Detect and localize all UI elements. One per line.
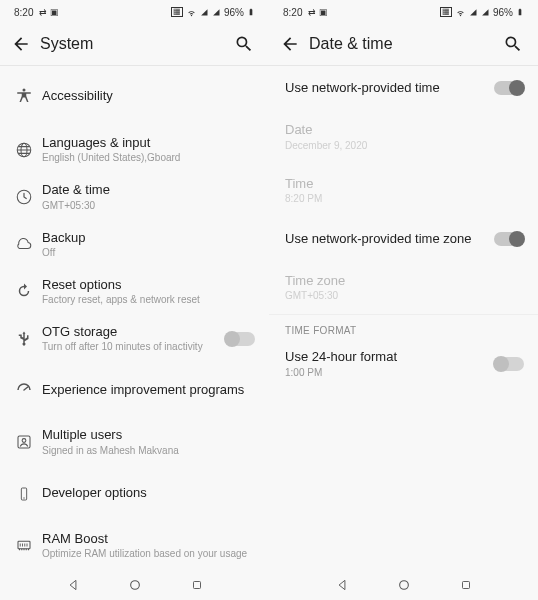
nav-recent-icon <box>190 578 204 592</box>
nav-home-button[interactable] <box>395 576 413 594</box>
sys-item-sub: GMT+05:30 <box>42 200 255 212</box>
sys-item-sub: Optimize RAM utilization based on your u… <box>42 548 255 560</box>
row-date: Date December 9, 2020 <box>269 110 538 163</box>
back-icon <box>280 34 300 54</box>
network-tz-toggle[interactable] <box>494 232 524 246</box>
date-time-list: Use network-provided time Date December … <box>269 66 538 570</box>
experience-icon <box>15 381 33 399</box>
status-notif-icon: ⇄ <box>308 7 316 17</box>
nav-back-icon <box>335 578 349 592</box>
app-bar: System <box>0 22 269 66</box>
users-icon <box>15 433 33 451</box>
row-label: Use 24-hour format <box>285 349 494 365</box>
status-time: 8:20 <box>283 7 302 18</box>
nav-home-icon <box>396 577 412 593</box>
row-label: Use network-provided time zone <box>285 231 494 247</box>
nav-bar <box>269 570 538 600</box>
status-battery-pct: 96% <box>493 7 513 18</box>
wifi-icon <box>186 7 197 18</box>
row-label: Time <box>285 176 524 192</box>
wifi-icon <box>455 7 466 18</box>
status-battery-pct: 96% <box>224 7 244 18</box>
sys-item-label: Multiple users <box>42 427 255 443</box>
sys-item-backup[interactable]: Backup Off <box>0 221 269 268</box>
sys-item-languages[interactable]: Languages & input English (United States… <box>0 126 269 173</box>
nav-home-icon <box>127 577 143 593</box>
clock-icon <box>15 188 33 206</box>
sys-item-label: Languages & input <box>42 135 255 151</box>
search-icon <box>234 34 254 54</box>
back-button[interactable] <box>6 29 36 59</box>
sys-item-label: RAM Boost <box>42 531 255 547</box>
nav-back-icon <box>66 578 80 592</box>
nav-home-button[interactable] <box>126 576 144 594</box>
sys-item-reset[interactable]: Reset options Factory reset, apps & netw… <box>0 268 269 315</box>
sys-item-sub: Turn off after 10 minutes of inactivity <box>42 341 225 353</box>
sys-item-multiple-users[interactable]: Multiple users Signed in as Mahesh Makva… <box>0 418 269 465</box>
status-screenshot-icon: ▣ <box>319 7 328 17</box>
back-button[interactable] <box>275 29 305 59</box>
sys-item-label: Developer options <box>42 485 255 501</box>
status-time: 8:20 <box>14 7 33 18</box>
screen-system: 8:20 ⇄ ▣ ▦ 96% System Accessibility Lang… <box>0 0 269 600</box>
nav-recent-button[interactable] <box>188 576 206 594</box>
back-icon <box>11 34 31 54</box>
sys-item-accessibility[interactable]: Accessibility <box>0 66 269 126</box>
row-time: Time 8:20 PM <box>269 164 538 217</box>
network-time-toggle[interactable] <box>494 81 524 95</box>
signal-icon <box>200 8 209 17</box>
status-bar: 8:20 ⇄ ▣ ▦ 96% <box>0 0 269 22</box>
battery-icon <box>516 6 524 18</box>
sys-item-developer[interactable]: Developer options <box>0 466 269 522</box>
globe-icon <box>15 141 33 159</box>
search-button[interactable] <box>229 29 259 59</box>
section-time-format: TIME FORMAT <box>269 315 538 340</box>
h24-toggle[interactable] <box>494 357 524 371</box>
status-notif-icon: ⇄ <box>39 7 47 17</box>
search-button[interactable] <box>498 29 528 59</box>
sys-item-sub: Factory reset, apps & network reset <box>42 294 255 306</box>
row-label: Use network-provided time <box>285 80 494 96</box>
sys-item-ram-boost[interactable]: RAM Boost Optimize RAM utilization based… <box>0 522 269 569</box>
sys-item-experience[interactable]: Experience improvement programs <box>0 362 269 418</box>
row-network-time[interactable]: Use network-provided time <box>269 66 538 110</box>
nav-recent-button[interactable] <box>457 576 475 594</box>
phone-icon <box>16 486 32 502</box>
status-bar: 8:20 ⇄ ▣ ▦ 96% <box>269 0 538 22</box>
row-network-tz[interactable]: Use network-provided time zone <box>269 217 538 261</box>
row-24h-format[interactable]: Use 24-hour format 1:00 PM <box>269 340 538 387</box>
reset-icon <box>15 282 33 300</box>
nav-back-button[interactable] <box>333 576 351 594</box>
sys-item-label: Backup <box>42 230 255 246</box>
status-volte-icon: ▦ <box>171 7 183 17</box>
sys-item-date-time[interactable]: Date & time GMT+05:30 <box>0 173 269 220</box>
row-label: Time zone <box>285 273 524 289</box>
row-sub: GMT+05:30 <box>285 290 524 302</box>
page-title: System <box>40 35 229 53</box>
sys-item-label: Experience improvement programs <box>42 382 255 398</box>
otg-toggle[interactable] <box>225 332 255 346</box>
row-sub: December 9, 2020 <box>285 140 524 152</box>
sys-item-sub: Signed in as Mahesh Makvana <box>42 445 255 457</box>
nav-recent-icon <box>459 578 473 592</box>
app-bar: Date & time <box>269 22 538 66</box>
signal-icon <box>469 8 478 17</box>
sys-item-otg[interactable]: OTG storage Turn off after 10 minutes of… <box>0 315 269 362</box>
row-label: Date <box>285 122 524 138</box>
battery-icon <box>247 6 255 18</box>
sys-item-label: Reset options <box>42 277 255 293</box>
sys-item-label: Accessibility <box>42 88 255 104</box>
sys-item-label: OTG storage <box>42 324 225 340</box>
page-title: Date & time <box>309 35 498 53</box>
sys-item-sub: English (United States),Gboard <box>42 152 255 164</box>
usb-icon <box>15 330 33 348</box>
sys-item-label: Date & time <box>42 182 255 198</box>
status-volte-icon: ▦ <box>440 7 452 17</box>
accessibility-icon <box>15 87 33 105</box>
system-list: Accessibility Languages & input English … <box>0 66 269 570</box>
search-icon <box>503 34 523 54</box>
row-sub: 8:20 PM <box>285 193 524 205</box>
status-screenshot-icon: ▣ <box>50 7 59 17</box>
nav-back-button[interactable] <box>64 576 82 594</box>
nav-bar <box>0 570 269 600</box>
